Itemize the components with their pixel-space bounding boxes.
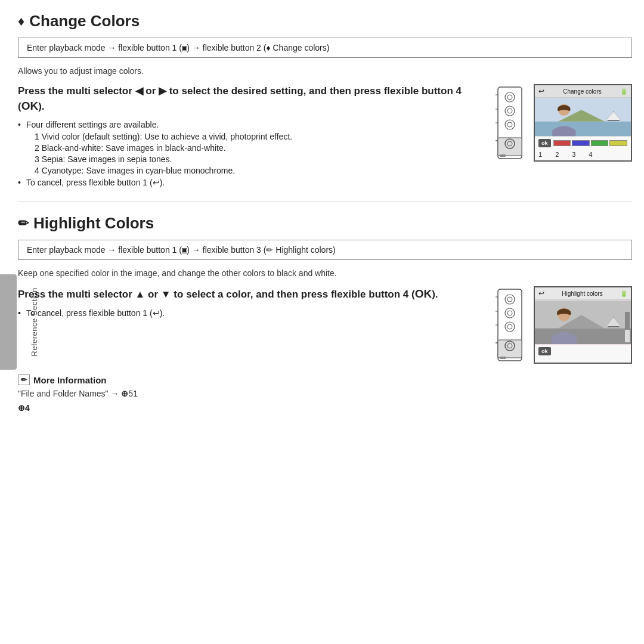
- change-colors-instruction: Press the multi selector ◀ or ▶ to selec…: [18, 84, 483, 114]
- screen-header-1: ↩ Change colors 🔋: [535, 85, 631, 98]
- change-colors-bullets: Four different settings are available. 1…: [18, 120, 483, 187]
- screen-bottom-1: ok: [535, 137, 631, 150]
- screen-numbers: 1 2 3 4: [535, 151, 631, 158]
- change-colors-screen: ↩ Change colors 🔋: [534, 84, 632, 162]
- sub-bullet-4: 4 Cyanotype: Save images in cyan-blue mo…: [35, 166, 483, 175]
- page-reference: ⊕4: [18, 403, 632, 413]
- highlight-colors-title: ✏ Highlight Colors: [18, 214, 632, 233]
- highlight-colors-body: Press the multi selector ▲ or ▼ to selec…: [18, 286, 632, 364]
- screen-num-1: 1: [538, 151, 542, 158]
- highlight-colors-nav-screen-title: Highlight colors: [275, 245, 333, 255]
- screen-battery-icon: 🔋: [620, 88, 627, 95]
- sub-bullet-1: 1 Vivid color (default setting): Use to …: [35, 132, 483, 141]
- svg-point-25: [505, 308, 515, 318]
- ok-button-2: ok: [538, 347, 551, 355]
- more-info-text: "File and Folder Names" → ⊕51: [18, 389, 632, 398]
- color-bar-red: [553, 140, 571, 146]
- screen-image-1: [535, 98, 631, 137]
- bullet-four-settings: Four different settings are available. 1…: [18, 120, 483, 175]
- page-ref-number: 4: [25, 403, 30, 413]
- svg-point-6: [507, 122, 512, 127]
- screen-title-2: Highlight colors: [562, 290, 602, 297]
- ok-button-1: ok: [538, 139, 551, 147]
- highlight-colors-instruction: Press the multi selector ▲ or ▼ to selec…: [18, 286, 483, 302]
- scroll-thumb: [625, 312, 630, 330]
- change-colors-sub-bullets: 1 Vivid color (default setting): Use to …: [26, 132, 483, 175]
- screen-back-icon: ↩: [538, 87, 544, 95]
- highlight-colors-title-text: Highlight Colors: [33, 214, 154, 233]
- camera-body-svg-2: [495, 286, 528, 364]
- svg-point-3: [505, 106, 515, 116]
- screen-num-2: 2: [555, 151, 559, 158]
- svg-point-28: [507, 324, 512, 329]
- highlight-colors-description: Keep one specified color in the image, a…: [18, 268, 632, 278]
- svg-rect-14: [500, 154, 506, 157]
- svg-point-26: [507, 311, 512, 315]
- change-colors-icon: ♦: [18, 14, 24, 29]
- change-colors-illustration: ↩ Change colors 🔋: [495, 84, 632, 162]
- more-info-title: ✏ More Information: [18, 374, 632, 385]
- main-content: ♦ Change Colors Enter playback mode → fl…: [18, 12, 632, 632]
- bullet-cancel-1: To cancel, press flexible button 1 (↩).: [18, 178, 483, 187]
- svg-point-27: [505, 322, 515, 332]
- color-bar-blue: [572, 140, 590, 146]
- highlight-colors-screen: ↩ Highlight colors 🔋: [534, 286, 632, 364]
- screen-battery-icon-2: 🔋: [620, 290, 627, 297]
- screen-scrollbar: [625, 312, 630, 342]
- highlight-colors-text: Press the multi selector ▲ or ▼ to selec…: [18, 286, 483, 320]
- change-colors-title: ♦ Change Colors: [18, 12, 632, 30]
- svg-point-1: [505, 92, 515, 102]
- highlight-colors-bullets: To cancel, press flexible button 1 (↩).: [18, 308, 483, 318]
- change-colors-body: Press the multi selector ◀ or ▶ to selec…: [18, 84, 632, 190]
- screen-back-icon-2: ↩: [538, 289, 544, 298]
- svg-point-24: [507, 297, 512, 302]
- svg-point-23: [505, 295, 515, 304]
- camera-body-svg: [495, 84, 528, 162]
- svg-rect-29: [498, 340, 522, 358]
- screen-title-1: Change colors: [563, 88, 601, 95]
- screen-num-3: 3: [572, 151, 575, 158]
- change-colors-text: Press the multi selector ◀ or ▶ to selec…: [18, 84, 483, 190]
- color-bar-yellow: [609, 140, 627, 146]
- svg-rect-38: [535, 329, 631, 344]
- bullet-four-settings-text: Four different settings are available.: [26, 120, 159, 129]
- more-info-icon: ✏: [18, 374, 30, 385]
- screen-num-4: 4: [589, 151, 592, 158]
- svg-point-2: [507, 95, 512, 100]
- highlight-colors-illustration: ↩ Highlight colors 🔋: [495, 286, 632, 364]
- screen-header-2: ↩ Highlight colors 🔋: [535, 287, 631, 300]
- more-info-section: ✏ More Information "File and Folder Name…: [18, 374, 632, 398]
- svg-point-4: [507, 109, 512, 113]
- svg-rect-7: [498, 138, 522, 156]
- color-bar-green: [591, 140, 609, 146]
- svg-rect-36: [500, 357, 506, 359]
- more-info-title-text: More Information: [33, 375, 107, 385]
- change-colors-nav-path: Enter playback mode → flexible button 1 …: [18, 38, 632, 58]
- sub-bullet-2: 2 Black-and-white: Save images in black-…: [35, 143, 483, 153]
- section-change-colors: ♦ Change Colors Enter playback mode → fl…: [18, 12, 632, 202]
- screen-image-2: [535, 300, 631, 345]
- bullet-cancel-2: To cancel, press flexible button 1 (↩).: [18, 308, 483, 318]
- sidebar-tab: [0, 274, 17, 370]
- change-colors-nav-screen-title: Change colors: [273, 43, 326, 52]
- page-ref-icon: ⊕: [18, 403, 25, 413]
- screen-bottom-2: ok: [535, 345, 631, 358]
- screen-illustration-1: [535, 98, 631, 137]
- screen-illustration-2: [535, 300, 631, 345]
- change-colors-title-text: Change Colors: [29, 12, 140, 30]
- section-highlight-colors: ✏ Highlight Colors Enter playback mode →…: [18, 214, 632, 425]
- sub-bullet-3: 3 Sepia: Save images in sepia tones.: [35, 154, 483, 164]
- change-colors-description: Allows you to adjust image colors.: [18, 66, 632, 76]
- highlight-colors-nav-path: Enter playback mode → flexible button 1 …: [18, 240, 632, 260]
- svg-point-5: [505, 120, 515, 129]
- svg-rect-16: [535, 122, 631, 136]
- color-bars: [553, 140, 627, 146]
- highlight-colors-icon: ✏: [18, 216, 29, 231]
